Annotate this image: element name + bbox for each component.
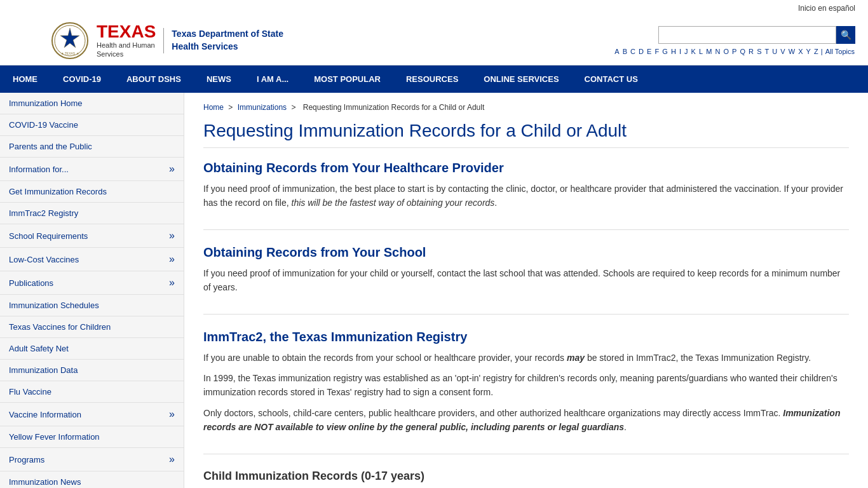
sidebar-item-programs[interactable]: Programs » bbox=[0, 448, 184, 471]
alpha-K[interactable]: K bbox=[691, 48, 696, 55]
alpha-C[interactable]: C bbox=[630, 48, 635, 55]
sidebar-item-immunization-home[interactable]: Immunization Home bbox=[0, 93, 184, 114]
nav-iama[interactable]: I AM A... bbox=[244, 65, 301, 93]
sidebar-item-vaccine-info[interactable]: Vaccine Information » bbox=[0, 403, 184, 426]
sidebar-link-low-cost-vaccines[interactable]: Low-Cost Vaccines bbox=[9, 255, 79, 264]
alpha-T[interactable]: T bbox=[765, 48, 770, 55]
sidebar-item-imm-news[interactable]: Immunization News bbox=[0, 471, 184, 488]
alpha-U[interactable]: U bbox=[772, 48, 777, 55]
page-title: Requesting Immunization Records for a Ch… bbox=[203, 121, 849, 148]
section-school-text: If you need proof of immunization for yo… bbox=[203, 266, 849, 295]
sidebar-item-low-cost-vaccines[interactable]: Low-Cost Vaccines » bbox=[0, 248, 184, 271]
chevron-down-icon-programs: » bbox=[169, 454, 175, 465]
alpha-G[interactable]: G bbox=[662, 48, 668, 55]
nav-about[interactable]: ABOUT DSHS bbox=[114, 65, 194, 93]
sidebar-link-flu-vaccine[interactable]: Flu Vaccine bbox=[9, 387, 51, 396]
texas-word: TEXAS bbox=[97, 23, 156, 41]
search-button[interactable]: 🔍 bbox=[836, 26, 855, 44]
alpha-H[interactable]: H bbox=[671, 48, 676, 55]
sidebar-link-yellow-fever[interactable]: Yellow Fever Information bbox=[9, 432, 100, 442]
nav-contactus[interactable]: CONTACT US bbox=[572, 65, 651, 93]
search-input[interactable] bbox=[658, 26, 836, 44]
alpha-J[interactable]: J bbox=[684, 48, 688, 55]
breadcrumb-sep2: > bbox=[291, 103, 297, 112]
alpha-E[interactable]: E bbox=[647, 48, 651, 55]
section-immtrac2-text2: In 1999, the Texas immunization registry… bbox=[203, 371, 849, 400]
sidebar-link-imm-news[interactable]: Immunization News bbox=[9, 477, 81, 487]
sidebar-item-publications[interactable]: Publications » bbox=[0, 271, 184, 295]
alpha-F[interactable]: F bbox=[654, 48, 659, 55]
alpha-N[interactable]: N bbox=[715, 48, 720, 55]
sidebar-link-school-requirements[interactable]: School Requirements bbox=[9, 231, 88, 241]
sidebar-link-adult-safety-net[interactable]: Adult Safety Net bbox=[9, 344, 69, 353]
breadcrumb-sep1: > bbox=[228, 103, 234, 112]
sidebar-item-parents-public[interactable]: Parents and the Public bbox=[0, 136, 184, 158]
alpha-W[interactable]: W bbox=[789, 48, 795, 55]
breadcrumb-immunizations[interactable]: Immunizations bbox=[238, 103, 287, 112]
sidebar-item-imm-data[interactable]: Immunization Data bbox=[0, 360, 184, 381]
spanish-link[interactable]: Inicio en español bbox=[798, 4, 855, 13]
sidebar-link-vaccine-info[interactable]: Vaccine Information bbox=[9, 410, 81, 419]
nav-news[interactable]: NEWS bbox=[194, 65, 244, 93]
nav-mostpopular[interactable]: MOST POPULAR bbox=[301, 65, 393, 93]
sidebar: Immunization Home COVID-19 Vaccine Paren… bbox=[0, 93, 184, 488]
sidebar-link-immunization-home[interactable]: Immunization Home bbox=[9, 98, 83, 108]
alpha-O[interactable]: O bbox=[723, 48, 729, 55]
alpha-L[interactable]: L bbox=[699, 48, 703, 55]
alpha-R[interactable]: R bbox=[749, 48, 754, 55]
alpha-X[interactable]: X bbox=[798, 48, 803, 55]
nav-home[interactable]: HOME bbox=[0, 65, 50, 93]
sidebar-link-parents-public[interactable]: Parents and the Public bbox=[9, 142, 92, 151]
alpha-S[interactable]: S bbox=[757, 48, 761, 55]
alpha-M[interactable]: M bbox=[706, 48, 712, 55]
breadcrumb-current: Requesting Immunization Records for a Ch… bbox=[303, 103, 484, 112]
alphabet-nav: A B C D E F G H I J K L M N O P Q R S T … bbox=[614, 48, 855, 55]
alpha-Y[interactable]: Y bbox=[806, 48, 811, 55]
sidebar-link-imm-data[interactable]: Immunization Data bbox=[9, 365, 78, 375]
search-icon: 🔍 bbox=[841, 30, 851, 40]
sidebar-link-programs[interactable]: Programs bbox=[9, 455, 44, 464]
nav-onlineservices[interactable]: ONLINE SERVICES bbox=[471, 65, 571, 93]
sidebar-item-yellow-fever[interactable]: Yellow Fever Information bbox=[0, 426, 184, 448]
alpha-Q[interactable]: Q bbox=[740, 48, 745, 55]
chevron-down-icon-low-cost: » bbox=[169, 254, 175, 265]
texas-subtitle: Health and HumanServices bbox=[97, 41, 156, 59]
sidebar-item-texas-vaccines[interactable]: Texas Vaccines for Children bbox=[0, 316, 184, 338]
texas-title: TEXAS Health and HumanServices bbox=[97, 23, 156, 59]
sidebar-link-texas-vaccines[interactable]: Texas Vaccines for Children bbox=[9, 322, 111, 332]
sidebar-item-get-records[interactable]: Get Immunization Records bbox=[0, 181, 184, 203]
section-immtrac2-text1: If you are unable to obtain the records … bbox=[203, 351, 849, 365]
sidebar-item-flu-vaccine[interactable]: Flu Vaccine bbox=[0, 381, 184, 403]
sidebar-link-covid19-vaccine[interactable]: COVID-19 Vaccine bbox=[9, 120, 78, 130]
nav-resources[interactable]: RESOURCES bbox=[393, 65, 471, 93]
sidebar-link-get-records[interactable]: Get Immunization Records bbox=[9, 187, 107, 196]
sidebar-item-imm-schedules[interactable]: Immunization Schedules bbox=[0, 295, 184, 316]
sidebar-link-immtrac2-registry[interactable]: ImmTrac2 Registry bbox=[9, 208, 78, 218]
alpha-B[interactable]: B bbox=[623, 48, 627, 55]
sidebar-item-school-requirements[interactable]: School Requirements » bbox=[0, 224, 184, 248]
sidebar-item-adult-safety-net[interactable]: Adult Safety Net bbox=[0, 338, 184, 360]
header: ★ TEXAS ★ TEXAS Health and HumanServices… bbox=[0, 17, 868, 65]
main-content: Home > Immunizations > Requesting Immuni… bbox=[184, 93, 868, 488]
alpha-I[interactable]: I bbox=[679, 48, 681, 55]
alpha-A[interactable]: A bbox=[614, 48, 619, 55]
chevron-down-icon-vaccine: » bbox=[169, 409, 175, 420]
alpha-D[interactable]: D bbox=[639, 48, 644, 55]
section-immtrac2-text3: Only doctors, schools, child-care center… bbox=[203, 406, 849, 435]
alpha-P[interactable]: P bbox=[732, 48, 736, 55]
sidebar-link-information-for[interactable]: Information for... bbox=[9, 165, 69, 174]
all-topics-link[interactable]: All Topics bbox=[825, 48, 855, 55]
nav-covid19[interactable]: COVID-19 bbox=[50, 65, 114, 93]
sidebar-item-immtrac2-registry[interactable]: ImmTrac2 Registry bbox=[0, 203, 184, 224]
sidebar-item-covid19-vaccine[interactable]: COVID-19 Vaccine bbox=[0, 114, 184, 136]
section-healthcare-text: If you need proof of immunization, the b… bbox=[203, 182, 849, 210]
header-divider bbox=[163, 28, 164, 53]
sidebar-link-imm-schedules[interactable]: Immunization Schedules bbox=[9, 301, 99, 310]
alpha-V[interactable]: V bbox=[780, 48, 785, 55]
breadcrumb-home[interactable]: Home bbox=[203, 103, 224, 112]
logo-text-area: TEXAS Health and HumanServices Texas Dep… bbox=[97, 23, 283, 59]
svg-marker-2 bbox=[60, 28, 79, 48]
alpha-Z[interactable]: Z bbox=[814, 48, 818, 55]
sidebar-item-information-for[interactable]: Information for... » bbox=[0, 158, 184, 181]
sidebar-link-publications[interactable]: Publications bbox=[9, 278, 53, 288]
